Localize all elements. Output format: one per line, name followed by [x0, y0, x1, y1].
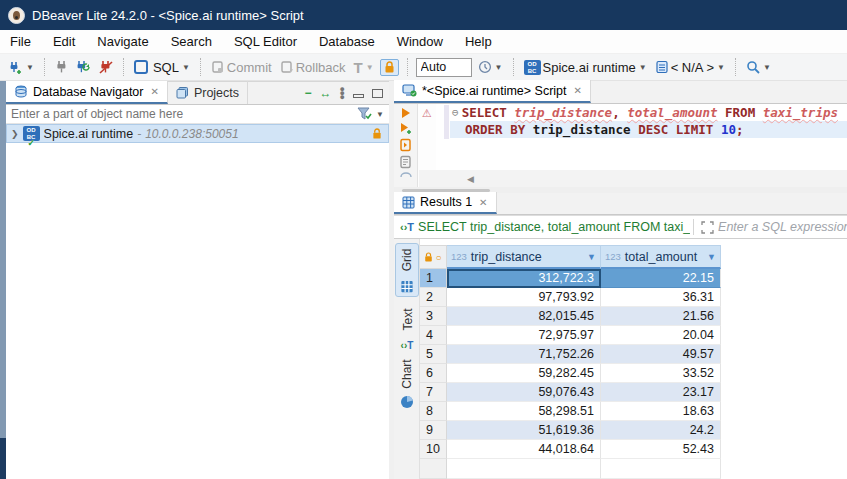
row-header[interactable]: 2 [420, 288, 447, 307]
object-filter-input[interactable] [6, 106, 357, 123]
commit-mode-combo[interactable] [416, 58, 472, 77]
explain-plan-button[interactable] [399, 155, 413, 169]
column-header-trip-distance[interactable]: 123 trip_distance ▼ [447, 245, 601, 269]
cell-total-amount[interactable]: 22.15 [601, 269, 721, 288]
search-button[interactable]: ▼ [744, 58, 773, 76]
row-header[interactable]: 6 [420, 364, 447, 383]
editor-more-tools-icon[interactable] [400, 172, 412, 178]
table-row[interactable]: 10 44,018.64 52.43 [420, 440, 721, 459]
reconnect-button[interactable] [74, 58, 93, 76]
minimize-view-icon[interactable]: − [305, 86, 312, 100]
tab-results-1[interactable]: Results 1 ✕ [394, 192, 497, 214]
row-header[interactable]: 10 [420, 440, 447, 459]
editor-horizontal-scrollbar[interactable]: ◀ [419, 170, 847, 187]
close-icon[interactable]: ✕ [150, 86, 158, 97]
code-line-2[interactable]: ORDER BY trip_distance DESC LIMIT 10; [452, 121, 744, 138]
cell-trip-distance[interactable]: 58,298.51 [447, 402, 601, 421]
fold-collapse-icon[interactable]: ⊖ [452, 106, 459, 119]
presentation-tab-chart[interactable]: Chart [395, 357, 419, 413]
execute-new-tab-button[interactable] [399, 122, 413, 135]
cell-trip-distance[interactable]: 51,619.36 [447, 421, 601, 440]
minimize-button[interactable] [353, 94, 364, 98]
cell-total-amount[interactable]: 21.56 [601, 307, 721, 326]
sort-filter-icon[interactable]: ▼ [707, 252, 716, 262]
table-row[interactable]: 9 51,619.36 24.2 [420, 421, 721, 440]
presentation-tab-grid[interactable]: Grid [395, 243, 419, 297]
execute-statement-button[interactable] [400, 107, 412, 119]
row-header[interactable]: 3 [420, 307, 447, 326]
connection-lock-toggle[interactable] [380, 59, 399, 76]
menu-database[interactable]: Database [319, 34, 375, 49]
restore-view-icon[interactable]: ↔ [320, 86, 332, 100]
cell-trip-distance[interactable]: 71,752.26 [447, 345, 601, 364]
grid-corner-cell[interactable]: ○ [420, 245, 447, 269]
transaction-mode-button[interactable]: T ▼ [352, 57, 376, 78]
cell-trip-distance[interactable]: 82,015.45 [447, 307, 601, 326]
table-row[interactable]: 6 59,282.45 33.52 [420, 364, 721, 383]
sql-editor-button[interactable]: SQL ▼ [132, 58, 192, 77]
transaction-log-button[interactable]: ▼ [476, 58, 505, 76]
row-header[interactable]: 8 [420, 402, 447, 421]
close-icon[interactable]: ✕ [574, 85, 582, 96]
row-header[interactable]: 1 [420, 269, 447, 288]
scroll-left-arrow-icon[interactable]: ◀ [467, 174, 474, 184]
caret-down-icon[interactable]: ▼ [376, 110, 384, 119]
filter-funnel-icon[interactable] [357, 107, 373, 121]
sort-filter-icon[interactable]: ▼ [587, 252, 596, 262]
table-row[interactable]: 4 72,975.97 20.04 [420, 326, 721, 345]
cell-total-amount[interactable]: 20.04 [601, 326, 721, 345]
cell-trip-distance[interactable]: 72,975.97 [447, 326, 601, 345]
menu-sql-editor[interactable]: SQL Editor [234, 34, 297, 49]
commit-button[interactable]: Commit [209, 58, 274, 77]
tree-item-connection[interactable]: ❯ ODBC Spice.ai runtime - 10.0.0.238:500… [6, 124, 389, 143]
table-row[interactable]: 2 97,793.92 36.31 [420, 288, 721, 307]
cell-total-amount[interactable]: 33.52 [601, 364, 721, 383]
view-menu-icon[interactable]: ●●● [340, 87, 345, 99]
row-header[interactable]: 4 [420, 326, 447, 345]
cell-total-amount[interactable]: 18.63 [601, 402, 721, 421]
menu-window[interactable]: Window [397, 34, 443, 49]
active-connection-selector[interactable]: ODBC Spice.ai runtime ▼ [522, 58, 649, 77]
cell-trip-distance[interactable]: 59,076.43 [447, 383, 601, 402]
tab-script[interactable]: *<Spice.ai runtime> Script ✕ [394, 80, 591, 103]
table-row[interactable]: 8 58,298.51 18.63 [420, 402, 721, 421]
connect-button[interactable] [53, 58, 70, 76]
cell-trip-distance[interactable]: 44,018.64 [447, 440, 601, 459]
cell-trip-distance[interactable]: 97,793.92 [447, 288, 601, 307]
cell-total-amount[interactable]: 24.2 [601, 421, 721, 440]
expand-panel-icon[interactable] [701, 221, 714, 234]
table-row[interactable]: 1 312,722.3 22.15 [420, 269, 721, 288]
cell-total-amount[interactable]: 36.31 [601, 288, 721, 307]
menu-help[interactable]: Help [465, 34, 492, 49]
table-row[interactable]: 5 71,752.26 49.57 [420, 345, 721, 364]
disconnect-button[interactable] [97, 58, 115, 76]
close-icon[interactable]: ✕ [479, 197, 487, 208]
menu-search[interactable]: Search [171, 34, 212, 49]
rollback-button[interactable]: Rollback [278, 58, 348, 77]
cell-total-amount[interactable]: 49.57 [601, 345, 721, 364]
row-header[interactable]: 9 [420, 421, 447, 440]
table-row[interactable]: 3 82,015.45 21.56 [420, 307, 721, 326]
code-line-1[interactable]: ⊖ SELECT trip_distance, total_amount FRO… [452, 104, 838, 121]
presentation-tab-text[interactable]: Text ‹›T [395, 303, 419, 351]
row-header[interactable]: 7 [420, 383, 447, 402]
tab-projects[interactable]: Projects [168, 81, 248, 104]
sql-expression-placeholder[interactable]: Enter a SQL expression to [718, 220, 847, 234]
cell-trip-distance[interactable]: 312,722.3 [447, 269, 601, 288]
expand-chevron-icon[interactable]: ❯ [11, 129, 19, 139]
tab-database-navigator[interactable]: Database Navigator ✕ [6, 81, 168, 104]
results-filter-sql[interactable]: SELECT trip_distance, total_amount FROM … [418, 220, 690, 234]
cell-total-amount[interactable]: 52.43 [601, 440, 721, 459]
row-header[interactable]: 5 [420, 345, 447, 364]
active-database-selector[interactable]: < N/A > ▼ [653, 58, 727, 77]
menu-file[interactable]: File [10, 34, 31, 49]
warning-triangle-icon[interactable]: ⚠ [422, 107, 432, 120]
maximize-button[interactable] [372, 89, 383, 98]
table-row[interactable]: 7 59,076.43 23.17 [420, 383, 721, 402]
column-header-total-amount[interactable]: 123 total_amount ▼ [601, 245, 721, 269]
menu-edit[interactable]: Edit [53, 34, 75, 49]
execute-script-button[interactable] [399, 138, 413, 152]
menu-navigate[interactable]: Navigate [97, 34, 148, 49]
new-connection-button[interactable]: ▼ [6, 58, 36, 77]
cell-total-amount[interactable]: 23.17 [601, 383, 721, 402]
